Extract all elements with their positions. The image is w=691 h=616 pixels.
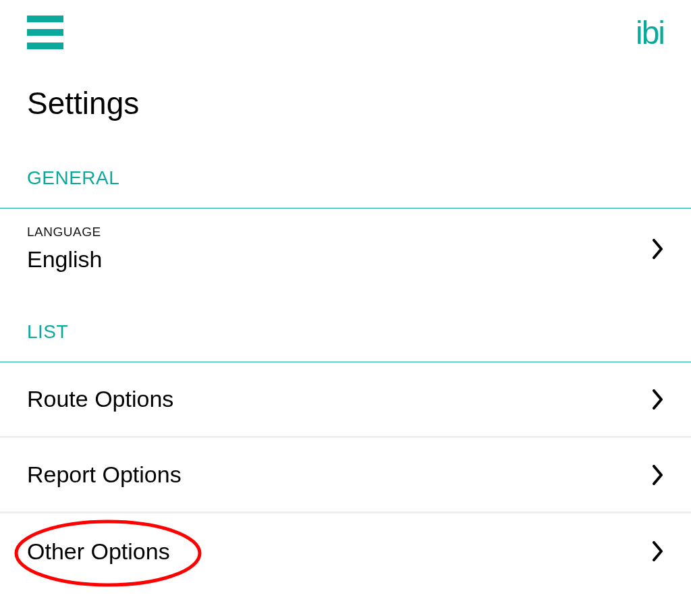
route-options-row[interactable]: Route Options bbox=[0, 362, 691, 438]
hamburger-menu-icon[interactable] bbox=[27, 16, 63, 49]
language-value: English bbox=[27, 246, 664, 273]
report-options-label: Report Options bbox=[27, 461, 182, 488]
report-options-row[interactable]: Report Options bbox=[0, 438, 691, 513]
chevron-right-icon bbox=[652, 389, 664, 410]
language-row[interactable]: LANGUAGE English bbox=[0, 208, 691, 289]
section-header-general: GENERAL bbox=[0, 135, 691, 208]
section-header-list: LIST bbox=[0, 289, 691, 362]
other-options-row[interactable]: Other Options bbox=[0, 513, 691, 589]
route-options-label: Route Options bbox=[27, 386, 173, 412]
chevron-right-icon bbox=[652, 465, 664, 485]
header: ibi bbox=[0, 0, 691, 65]
chevron-right-icon bbox=[652, 541, 664, 561]
page-title: Settings bbox=[0, 65, 691, 135]
language-label: LANGUAGE bbox=[27, 225, 664, 240]
other-options-label: Other Options bbox=[27, 538, 170, 565]
chevron-right-icon bbox=[652, 239, 664, 259]
brand-logo: ibi bbox=[636, 14, 664, 51]
